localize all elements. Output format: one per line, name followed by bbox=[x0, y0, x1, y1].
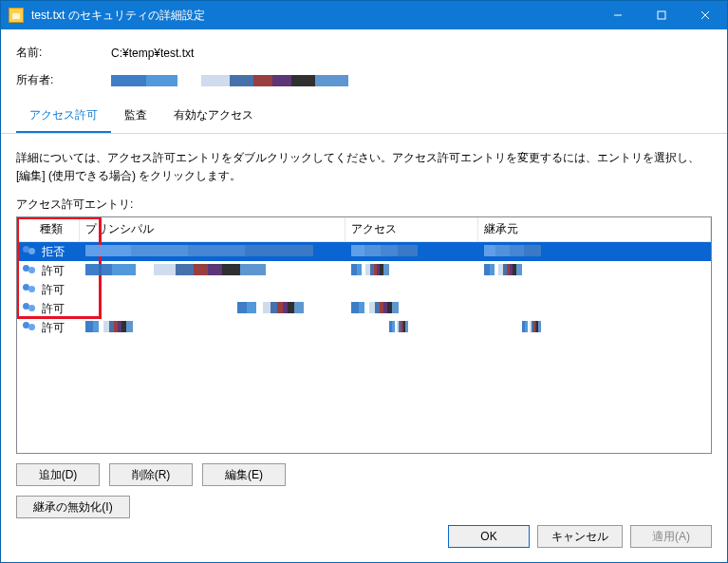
name-label: 名前: bbox=[16, 45, 111, 61]
group-icon bbox=[23, 246, 38, 257]
ok-button[interactable]: OK bbox=[448, 525, 530, 548]
close-icon bbox=[700, 10, 710, 20]
entry-access-redacted bbox=[351, 302, 399, 313]
table-row[interactable]: 許可 bbox=[17, 299, 711, 318]
table-row[interactable]: 許可 bbox=[17, 280, 711, 299]
add-button[interactable]: 追加(D) bbox=[16, 463, 100, 486]
security-advanced-window: test.txt のセキュリティの詳細設定 名前: C:¥temp¥test.t… bbox=[0, 0, 728, 563]
tab-permissions[interactable]: アクセス許可 bbox=[16, 102, 111, 133]
disable-inheritance-button[interactable]: 継承の無効化(I) bbox=[16, 496, 130, 518]
entry-buttons-row: 追加(D) 削除(R) 編集(E) bbox=[16, 463, 712, 486]
maximize-button[interactable] bbox=[640, 1, 683, 29]
help-text: 詳細については、アクセス許可エントリをダブルクリックしてください。アクセス許可エ… bbox=[16, 149, 712, 185]
content-area: 名前: C:¥temp¥test.txt 所有者: アクセス許可 監査 有効なア… bbox=[1, 29, 727, 520]
group-icon bbox=[23, 303, 38, 314]
tab-effective-access[interactable]: 有効なアクセス bbox=[160, 102, 267, 133]
entry-principal-redacted bbox=[85, 321, 133, 332]
table-row[interactable]: 許可 bbox=[17, 261, 711, 280]
apply-button[interactable]: 適用(A) bbox=[630, 525, 712, 548]
cancel-button[interactable]: キャンセル bbox=[537, 525, 623, 548]
entries-label: アクセス許可エントリ: bbox=[16, 197, 712, 213]
close-button[interactable] bbox=[683, 1, 727, 29]
entry-inherited-redacted bbox=[522, 321, 541, 332]
col-access[interactable]: アクセス bbox=[345, 217, 478, 241]
table-row[interactable]: 拒否 bbox=[17, 242, 711, 261]
entry-type: 拒否 bbox=[42, 244, 65, 260]
tabstrip: アクセス許可 監査 有効なアクセス bbox=[1, 102, 727, 134]
tab-auditing[interactable]: 監査 bbox=[111, 102, 160, 133]
entry-access-redacted bbox=[351, 245, 418, 256]
edit-button[interactable]: 編集(E) bbox=[202, 463, 286, 486]
entry-principal-redacted bbox=[237, 302, 304, 313]
list-header: 種類 プリンシパル アクセス 継承元 bbox=[17, 217, 711, 242]
group-icon bbox=[23, 265, 38, 276]
svg-rect-1 bbox=[658, 11, 665, 19]
inherit-buttons-row: 継承の無効化(I) bbox=[16, 496, 712, 518]
minimize-icon bbox=[613, 10, 623, 20]
table-row[interactable]: 許可 bbox=[17, 318, 711, 337]
entry-principal-redacted bbox=[85, 264, 266, 275]
window-title: test.txt のセキュリティの詳細設定 bbox=[31, 8, 596, 24]
col-type[interactable]: 種類 bbox=[17, 217, 80, 241]
list-rows: 拒否 許可 許可 許可 bbox=[17, 242, 711, 337]
minimize-button[interactable] bbox=[596, 1, 640, 29]
entry-principal-redacted bbox=[85, 245, 313, 256]
entry-type: 許可 bbox=[42, 263, 65, 279]
owner-value-redacted bbox=[111, 75, 348, 86]
titlebar[interactable]: test.txt のセキュリティの詳細設定 bbox=[1, 1, 727, 29]
owner-label: 所有者: bbox=[16, 72, 111, 88]
permission-entries-list[interactable]: 種類 プリンシパル アクセス 継承元 拒否 許可 bbox=[16, 216, 712, 454]
dialog-footer: OK キャンセル 適用(A) bbox=[1, 520, 727, 562]
name-value: C:¥temp¥test.txt bbox=[111, 47, 194, 60]
entry-type: 許可 bbox=[42, 320, 65, 336]
entry-type: 許可 bbox=[42, 301, 65, 317]
entry-access-redacted bbox=[389, 321, 408, 332]
owner-row: 所有者: bbox=[16, 72, 712, 88]
entry-inherited-redacted bbox=[484, 264, 522, 275]
name-row: 名前: C:¥temp¥test.txt bbox=[16, 45, 712, 61]
folder-icon bbox=[9, 8, 24, 23]
entry-type: 許可 bbox=[42, 282, 65, 298]
maximize-icon bbox=[657, 10, 666, 20]
entry-access-redacted bbox=[351, 264, 389, 275]
col-principal[interactable]: プリンシパル bbox=[80, 217, 345, 241]
remove-button[interactable]: 削除(R) bbox=[109, 463, 193, 486]
col-inherited[interactable]: 継承元 bbox=[478, 217, 711, 241]
entry-inherited-redacted bbox=[484, 245, 541, 256]
group-icon bbox=[23, 322, 38, 333]
group-icon bbox=[23, 284, 38, 295]
